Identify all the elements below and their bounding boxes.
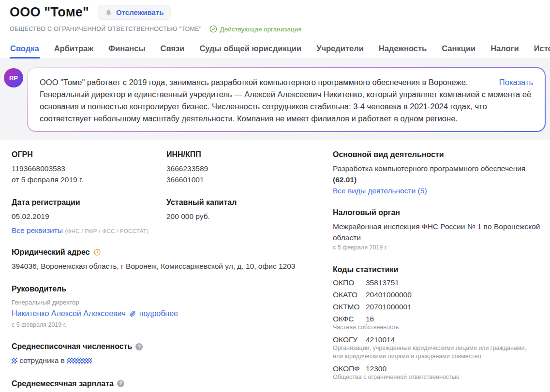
status-badge: Действующая организация <box>209 25 302 33</box>
inn-kpp-section: ИНН/КПП 3666233589 366601001 <box>166 150 312 185</box>
tab-nalogi[interactable]: Налоги <box>490 40 519 58</box>
summary-section: RP Показать ООО "Томе" работает с 2019 г… <box>0 59 550 140</box>
summary-card: Показать ООО "Томе" работает с 2019 года… <box>27 67 546 132</box>
show-more-link[interactable]: Показать <box>499 76 533 88</box>
summary-text: ООО "Томе" работает с 2019 года, занимая… <box>40 78 531 123</box>
inn-value: 3666233589 <box>166 163 312 174</box>
code-value: 35813751 <box>366 278 399 287</box>
censored-value <box>67 358 92 363</box>
tab-sudy[interactable]: Суды общей юрисдикции <box>199 40 302 58</box>
code-name: ОКТМО <box>333 303 361 311</box>
ogrn-section: ОГРН 1193668003583 от 5 февраля 2019 г. <box>12 150 166 185</box>
tab-arbitrazh[interactable]: Арбитраж <box>54 40 94 58</box>
kpp-value: 366601001 <box>166 174 312 185</box>
inn-kpp-label: ИНН/КПП <box>166 150 312 159</box>
code-name: ОКФС <box>333 315 361 323</box>
headcount-section: Среднесписочная численность ? сотрудника… <box>12 342 312 366</box>
head-name-link[interactable]: Никитенко Алексей Алексеевич <box>12 309 126 318</box>
code-value: 12300 <box>366 364 386 373</box>
salary-section: Среднемесячная зарплата ? руб в году <box>12 379 312 392</box>
tab-uchrediteli[interactable]: Учредители <box>316 40 364 58</box>
head-since: с 5 февраля 2019 г. <box>12 320 312 330</box>
page-header: ООО "Томе" Отслеживать ОБЩЕСТВО С ОГРАНИ… <box>0 0 550 33</box>
all-requisites-link[interactable]: Все реквизиты <box>12 226 63 234</box>
page-title: ООО "Томе" <box>10 5 89 20</box>
capital-label: Уставный капитал <box>166 198 312 207</box>
help-icon[interactable]: ? <box>135 343 143 350</box>
tax-authority-label: Налоговый орган <box>333 208 550 217</box>
avatar: RP <box>4 68 23 87</box>
legal-address-section: Юридический адрес 394036, Воронежская об… <box>12 248 312 272</box>
ogrn-label: ОГРН <box>12 150 166 159</box>
statistics-codes-section: Коды статистики ОКПО 35813751 ОКАТО 2040… <box>333 265 550 381</box>
code-row: ОКАТО 20401000000 <box>333 290 550 299</box>
follow-button[interactable]: Отслеживать <box>98 5 171 20</box>
head-label: Руководитель <box>12 285 312 293</box>
code-row: ОКФС 16 <box>333 315 550 323</box>
ogrn-date: от 5 февраля 2019 г. <box>12 174 166 185</box>
capital-section: Уставный капитал 200 000 руб. <box>166 198 312 234</box>
code-row: ОКОПФ 12300 <box>333 364 550 373</box>
activity-value: Разработка компьютерного программного об… <box>333 164 525 173</box>
headcount-text: сотрудника в <box>19 356 65 364</box>
help-icon[interactable]: ? <box>117 380 124 387</box>
censored-value <box>12 358 17 363</box>
code-name: ОКОПФ <box>333 364 361 373</box>
code-note: Частная собственность <box>333 323 536 332</box>
tab-svodka[interactable]: Сводка <box>10 40 40 58</box>
capital-value: 200 000 руб. <box>166 211 312 222</box>
code-value: 4210014 <box>366 335 395 344</box>
code-row: ОКОГУ 4210014 <box>333 335 550 344</box>
main-content: ОГРН 1193668003583 от 5 февраля 2019 г. … <box>0 140 550 392</box>
activity-section: Основной вид деятельности Разработка ком… <box>333 150 550 195</box>
statistics-codes-label: Коды статистики <box>333 265 550 274</box>
tab-svyazi[interactable]: Связи <box>160 40 185 58</box>
activity-label: Основной вид деятельности <box>333 150 550 159</box>
ogrn-value: 1193668003583 <box>12 163 166 174</box>
requisites-sources: (ФНС / ПФР / ФСС / РОССТАТ) <box>65 228 149 234</box>
clock-icon[interactable] <box>93 248 101 256</box>
code-note: Организации, учрежденные юридическими ли… <box>333 344 536 361</box>
code-name: ОКАТО <box>333 290 361 299</box>
tax-authority-section: Налоговый орган Межрайонная инспекция ФН… <box>333 208 550 252</box>
code-row: ОКТМО 20701000001 <box>333 303 550 311</box>
head-position: Генеральный директор <box>12 298 312 307</box>
all-activities-link[interactable]: Все виды деятельности (5) <box>333 187 427 195</box>
check-circle-icon <box>209 25 217 33</box>
code-value: 16 <box>366 315 374 323</box>
legal-address-value: 394036, Воронежская область, г Воронеж, … <box>12 261 312 272</box>
status-badge-label: Действующая организация <box>220 26 302 33</box>
follow-button-label: Отслеживать <box>116 8 164 16</box>
salary-label: Среднемесячная зарплата <box>12 379 114 388</box>
head-details-link[interactable]: подробнее <box>139 309 178 318</box>
registration-date-label: Дата регистрации <box>12 198 166 207</box>
tab-istoriya[interactable]: История <box>534 40 550 58</box>
activity-code: (62.01) <box>333 175 357 184</box>
tax-authority-value: Межрайонная инспекция ФНС России № 1 по … <box>333 221 541 243</box>
tab-bar: Сводка Арбитраж Финансы Связи Суды общей… <box>0 40 550 59</box>
code-name: ОКОГУ <box>333 335 361 344</box>
tab-nadezhnost[interactable]: Надежность <box>378 40 427 58</box>
tab-finansy[interactable]: Финансы <box>108 40 146 58</box>
head-section: Руководитель Генеральный директор Никите… <box>12 285 312 329</box>
tax-authority-since: с 5 февраля 2019 г. <box>333 243 550 252</box>
registration-date-value: 05.02.2019 <box>12 211 166 222</box>
headcount-label: Среднесписочная численность <box>12 342 132 351</box>
code-value: 20401000000 <box>366 290 412 299</box>
code-value: 20701000001 <box>366 303 412 311</box>
tab-sankcii[interactable]: Санкции <box>441 40 476 58</box>
code-row: ОКПО 35813751 <box>333 278 550 287</box>
bell-icon <box>105 9 112 16</box>
company-full-name: ОБЩЕСТВО С ОГРАНИЧЕННОЙ ОТВЕТСТВЕННОСТЬЮ… <box>10 26 202 32</box>
code-name: ОКПО <box>333 278 361 287</box>
left-column: ОГРН 1193668003583 от 5 февраля 2019 г. … <box>12 150 312 392</box>
right-column: Основной вид деятельности Разработка ком… <box>312 150 550 392</box>
paperclip-icon <box>129 310 136 317</box>
registration-date-section: Дата регистрации 05.02.2019 Все реквизит… <box>12 198 166 234</box>
legal-address-label: Юридический адрес <box>12 248 90 257</box>
code-note: Общества с ограниченной ответственностью <box>333 373 536 381</box>
